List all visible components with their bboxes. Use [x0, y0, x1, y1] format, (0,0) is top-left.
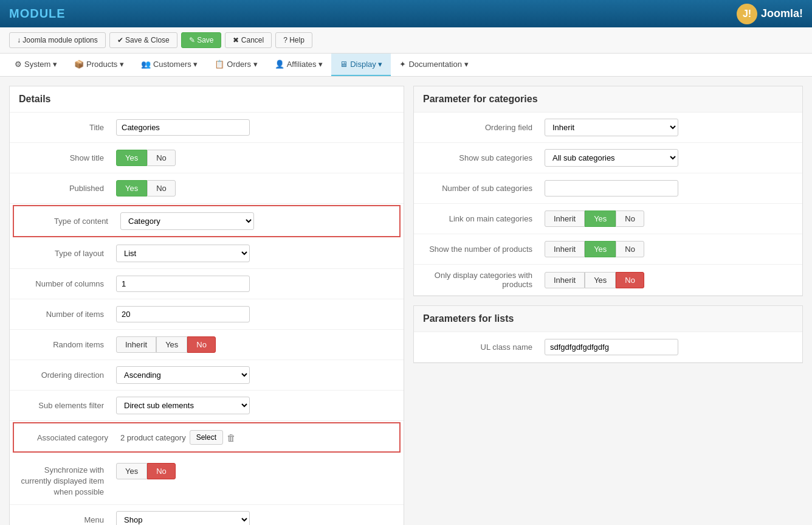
num-items-input[interactable]	[116, 306, 250, 322]
published-yes[interactable]: Yes	[116, 180, 147, 196]
num-columns-input[interactable]	[116, 276, 250, 292]
param-lists-title: Parameters for lists	[414, 306, 802, 332]
ordering-field-label: Ordering field	[423, 123, 545, 132]
joomla-options-button[interactable]: ↓ Joomla module options	[9, 32, 106, 48]
show-num-products-control: Inherit Yes No	[545, 241, 793, 257]
menu-row: Menu Shop	[10, 505, 404, 525]
ul-class-name-control	[545, 339, 793, 355]
right-panel: Parameter for categories Ordering field …	[413, 86, 803, 525]
nav-item-products[interactable]: 📦 Products ▾	[66, 54, 132, 76]
published-no[interactable]: No	[147, 180, 176, 196]
num-columns-label: Number of columns	[19, 279, 116, 288]
link-main-yes[interactable]: Yes	[585, 210, 616, 227]
top-bar: MODULE J! Joomla!	[0, 0, 812, 27]
show-num-inherit[interactable]: Inherit	[545, 241, 585, 257]
cancel-button[interactable]: ✖ Cancel	[225, 32, 272, 48]
assoc-cat-group: 2 product category Select 🗑	[120, 430, 390, 445]
published-control: Yes No	[116, 180, 394, 196]
ul-class-name-input[interactable]	[545, 339, 678, 355]
ordering-direction-control: Ascending	[116, 366, 394, 384]
ordering-field-select[interactable]: Inherit	[545, 119, 678, 136]
only-display-toggle: Inherit Yes No	[545, 272, 793, 288]
orders-icon: 📋	[215, 60, 224, 69]
affiliates-icon: 👤	[275, 60, 284, 69]
nav-products-label: Products ▾	[86, 60, 124, 69]
sub-elements-filter-select[interactable]: Direct sub elements	[116, 397, 250, 414]
random-items-inherit[interactable]: Inherit	[116, 336, 156, 353]
save-close-button[interactable]: ✔ Save & Close	[109, 32, 177, 48]
title-control	[116, 119, 394, 136]
sub-elements-filter-label: Sub elements filter	[19, 401, 116, 410]
show-num-no[interactable]: No	[616, 241, 644, 257]
nav-customers-label: Customers ▾	[153, 60, 198, 69]
type-of-layout-row: Type of layout List	[10, 238, 404, 269]
link-main-categories-label: Link on main categories	[423, 214, 545, 223]
num-sub-categories-control	[545, 180, 793, 196]
nav-documentation-label: Documentation ▾	[408, 60, 468, 69]
type-of-content-row: Type of content Category	[13, 205, 401, 237]
nav-item-display[interactable]: 🖥 Display ▾	[331, 54, 391, 76]
link-main-inherit[interactable]: Inherit	[545, 210, 585, 227]
ordering-field-row: Ordering field Inherit	[414, 113, 802, 143]
type-of-content-control: Category	[120, 212, 390, 230]
type-of-layout-label: Type of layout	[19, 249, 116, 258]
random-items-row: Random items Inherit Yes No	[10, 330, 404, 360]
num-items-row: Number of items	[10, 299, 404, 330]
nav-item-system[interactable]: ⚙ System ▾	[6, 54, 66, 76]
ordering-direction-select[interactable]: Ascending	[116, 366, 250, 384]
synchronize-row: Synchronize with currently displayed ite…	[10, 454, 404, 505]
published-label: Published	[19, 184, 116, 193]
nav-item-customers[interactable]: 👥 Customers ▾	[132, 54, 206, 76]
published-toggle: Yes No	[116, 180, 394, 196]
random-items-toggle: Inherit Yes No	[116, 336, 394, 353]
show-num-products-toggle: Inherit Yes No	[545, 241, 793, 257]
nav-item-affiliates[interactable]: 👤 Affiliates ▾	[266, 54, 332, 76]
published-row: Published Yes No	[10, 173, 404, 204]
ordering-field-control: Inherit	[545, 119, 793, 136]
ul-class-name-label: UL class name	[423, 342, 545, 352]
title-input[interactable]	[116, 119, 250, 136]
num-items-control	[116, 306, 394, 322]
synchronize-label: Synchronize with currently displayed ite…	[19, 463, 116, 498]
menu-control: Shop	[116, 511, 394, 525]
type-of-layout-control: List	[116, 245, 394, 262]
num-columns-control	[116, 276, 394, 292]
details-panel: Details Title Show title Yes No Publishe…	[9, 86, 404, 525]
random-items-no[interactable]: No	[187, 336, 216, 353]
details-title: Details	[10, 86, 404, 113]
link-main-no[interactable]: No	[616, 210, 644, 227]
only-display-no[interactable]: No	[616, 272, 644, 288]
random-items-yes[interactable]: Yes	[156, 336, 187, 353]
main-content: Details Title Show title Yes No Publishe…	[0, 77, 812, 525]
nav-item-orders[interactable]: 📋 Orders ▾	[206, 54, 266, 76]
documentation-icon: ✦	[399, 60, 406, 69]
menu-label: Menu	[19, 515, 116, 524]
show-title-yes[interactable]: Yes	[116, 150, 147, 166]
nav-menu: ⚙ System ▾ 📦 Products ▾ 👥 Customers ▾ 📋 …	[0, 54, 812, 77]
synchronize-yes[interactable]: Yes	[116, 463, 147, 479]
menu-select[interactable]: Shop	[116, 511, 250, 525]
svg-text:J!: J!	[743, 9, 751, 19]
show-sub-categories-select[interactable]: All sub categories	[545, 149, 678, 167]
param-categories-section: Parameter for categories Ordering field …	[413, 86, 803, 296]
assoc-cat-select-button[interactable]: Select	[190, 430, 223, 445]
help-button[interactable]: ? Help	[275, 32, 312, 48]
show-title-no[interactable]: No	[147, 150, 176, 166]
type-of-content-select[interactable]: Category	[120, 212, 254, 230]
show-num-products-label: Show the number of products	[423, 245, 545, 254]
show-title-row: Show title Yes No	[10, 143, 404, 173]
show-sub-categories-row: Show sub categories All sub categories	[414, 143, 802, 173]
assoc-cat-delete-icon[interactable]: 🗑	[227, 433, 236, 443]
link-main-categories-control: Inherit Yes No	[545, 210, 793, 227]
type-of-layout-select[interactable]: List	[116, 245, 250, 262]
show-num-yes[interactable]: Yes	[585, 241, 616, 257]
title-label: Title	[19, 123, 116, 132]
synchronize-no[interactable]: No	[147, 463, 176, 479]
products-icon: 📦	[74, 60, 84, 69]
joomla-text: Joomla!	[761, 7, 803, 20]
nav-item-documentation[interactable]: ✦ Documentation ▾	[391, 54, 477, 76]
only-display-inherit[interactable]: Inherit	[545, 272, 585, 288]
num-sub-categories-input[interactable]	[545, 180, 678, 196]
only-display-yes[interactable]: Yes	[585, 272, 616, 288]
save-button[interactable]: ✎ Save	[181, 32, 222, 48]
